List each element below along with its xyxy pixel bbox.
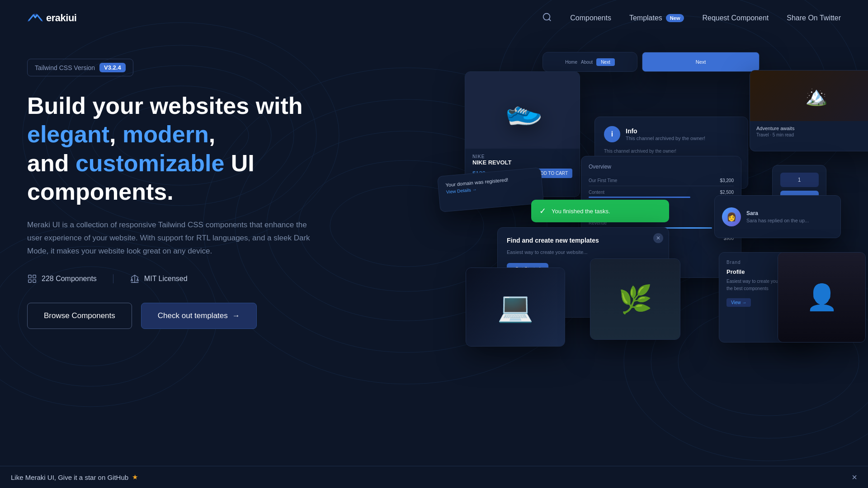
check-templates-button[interactable]: Check out templates → bbox=[141, 303, 257, 329]
logo-icon bbox=[27, 11, 43, 25]
svg-rect-23 bbox=[33, 280, 36, 282]
stats-row: 228 Components MIT Licensed bbox=[27, 274, 312, 284]
info-title: Info bbox=[626, 127, 705, 135]
hero-title: Build your websites with elegant, modern… bbox=[27, 92, 312, 206]
stat-components: 228 Components bbox=[27, 274, 97, 284]
stat-components-text: 228 Components bbox=[42, 275, 97, 283]
svg-rect-21 bbox=[33, 275, 36, 278]
hero-title-and: and bbox=[27, 150, 75, 176]
nav-request-link[interactable]: Request Component bbox=[702, 14, 769, 22]
navbar: erakiui Components Templates New Request… bbox=[0, 0, 868, 36]
shoe-brand: NIKE bbox=[472, 154, 572, 159]
hero-title-prefix: Build your websites with bbox=[27, 93, 303, 119]
nav-components-link[interactable]: Components bbox=[570, 14, 611, 22]
notification-close-button[interactable]: × bbox=[852, 473, 857, 482]
info-description: This channel archived by the owner! bbox=[626, 136, 705, 141]
preview-card-success: ✓ You finished the tasks. bbox=[531, 200, 669, 222]
preview-card-nav: Home About Next bbox=[542, 52, 637, 72]
preview-card-chat: 👩 Sara Sara has replied on the up... bbox=[714, 195, 841, 238]
new-badge: New bbox=[666, 14, 684, 22]
star-icon: ★ bbox=[132, 473, 138, 481]
preview-area: Home About Next Next 👟 NIKE NIKE REVOLT … bbox=[434, 0, 868, 452]
hero-description: Meraki UI is a collection of responsive … bbox=[27, 218, 312, 258]
avatar: 👩 bbox=[722, 207, 741, 226]
chat-message: Sara has replied on the up... bbox=[746, 218, 809, 223]
shoe-name: NIKE REVOLT bbox=[472, 159, 572, 166]
search-icon bbox=[542, 12, 552, 22]
modal-close-button[interactable]: ✕ bbox=[653, 233, 663, 243]
svg-rect-22 bbox=[28, 280, 31, 282]
svg-rect-20 bbox=[28, 275, 31, 278]
modal-description: Easiest way to create your website... bbox=[507, 249, 660, 257]
preview-card-banner: Next bbox=[642, 52, 760, 72]
arrow-icon: → bbox=[232, 311, 240, 320]
modal-title: Find and create new templates bbox=[507, 237, 660, 244]
scale-icon bbox=[130, 274, 140, 284]
hero-section: Tailwind CSS Version V3.2.4 Build your w… bbox=[0, 36, 339, 329]
logo[interactable]: erakiui bbox=[27, 11, 76, 25]
browse-components-button[interactable]: Browse Components bbox=[27, 303, 132, 329]
chat-user-name: Sara bbox=[746, 210, 809, 216]
logo-text: erakiui bbox=[46, 12, 76, 24]
notification-bar: Like Meraki UI, Give it a star on GitHub… bbox=[0, 466, 868, 488]
stat-license: MIT Licensed bbox=[130, 274, 188, 284]
hero-title-word1: elegant bbox=[27, 121, 109, 147]
success-text: You finished the tasks. bbox=[552, 208, 610, 215]
success-check-icon: ✓ bbox=[539, 206, 546, 216]
hero-title-word2: modern bbox=[123, 121, 209, 147]
grid-icon bbox=[27, 274, 37, 284]
search-button[interactable] bbox=[542, 12, 552, 24]
stat-divider bbox=[113, 274, 113, 283]
preview-card-laptop: 💻 bbox=[466, 267, 565, 347]
preview-card-registration: Your domain was registered! View Details… bbox=[437, 167, 544, 212]
version-number: V3.2.4 bbox=[99, 63, 126, 72]
cta-buttons: Browse Components Check out templates → bbox=[27, 303, 312, 329]
hero-title-word3: customizable bbox=[75, 150, 224, 176]
preview-card-plant: 🌿 bbox=[590, 258, 680, 340]
stat-license-text: MIT Licensed bbox=[144, 275, 188, 283]
version-label: Tailwind CSS Version bbox=[35, 64, 95, 71]
nav-twitter-link[interactable]: Share On Twitter bbox=[787, 14, 841, 22]
notification-text: Like Meraki UI, Give it a star on GitHub… bbox=[11, 473, 138, 481]
preview-card-blog: 🏔️ Adventure awaits Travel · 5 min read bbox=[750, 70, 868, 151]
svg-point-19 bbox=[543, 13, 550, 20]
version-badge: Tailwind CSS Version V3.2.4 bbox=[27, 59, 133, 76]
preview-card-dark-photo: 👤 bbox=[778, 252, 866, 343]
nav-templates-link[interactable]: Templates New bbox=[629, 14, 684, 22]
